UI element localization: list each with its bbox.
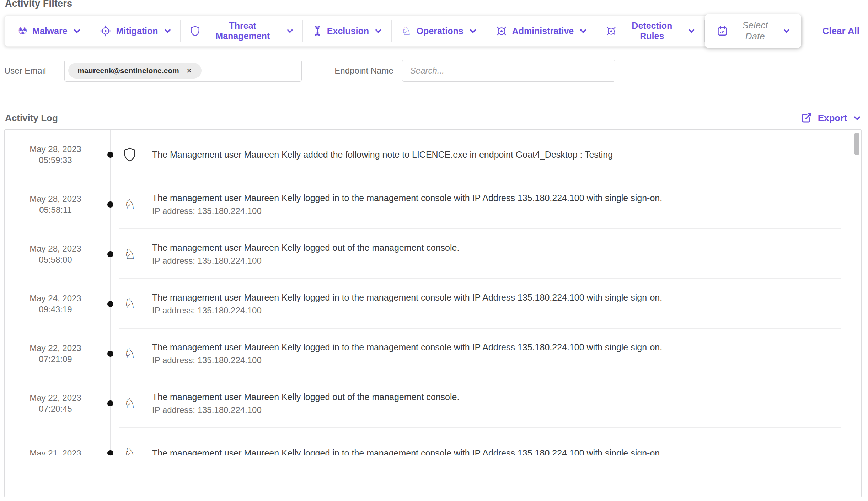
row-ip-address: IP address: 135.180.224.100 [152,305,829,316]
row-icon: ♘ [124,198,136,211]
row-date: May 22, 2023 [30,392,81,403]
chess-knight-icon: ♘ [124,446,136,455]
row-timestamp: May 21, 2023 [5,428,106,455]
chess-knight-icon: ♘ [401,25,412,37]
search-row: User Email maureenk@sentinelone.com ✕ En… [4,60,862,82]
chess-knight-icon: ♘ [124,397,136,410]
row-ip-address: IP address: 135.180.224.100 [152,255,829,266]
activity-page: Activity Filters ☢ Malware Mitigation [0,0,868,501]
row-ip-address: IP address: 135.180.224.100 [152,355,829,365]
timeline-dot [107,251,113,257]
user-email-input[interactable]: maureenk@sentinelone.com ✕ [64,60,302,82]
chevron-down-icon [689,29,694,33]
clear-all-button[interactable]: Clear All [822,26,859,37]
activity-log-title: Activity Log [5,113,58,124]
select-date-label: Select Date [733,20,777,42]
filter-threat-management[interactable]: Threat Management [181,16,302,46]
chess-knight-icon: ♘ [124,247,136,261]
user-email-label: User Email [4,66,46,76]
filter-detection-rules[interactable]: Detection Rules [596,16,704,46]
row-icon: ♘ [124,147,136,162]
timeline-dot [107,400,113,406]
calendar-icon [717,25,728,37]
row-ip-address: IP address: 135.180.224.100 [152,206,829,216]
row-date: May 28, 2023 [30,144,81,155]
crosshair-icon [100,25,111,37]
filter-label: Operations [417,26,464,36]
chevron-down-icon [74,29,80,33]
row-date: May 28, 2023 [30,193,81,204]
activity-log-row: May 21, 2023 ♘ The management user Maure… [5,428,861,455]
row-text: The management user Maureen Kelly logged… [152,392,829,415]
row-date: May 24, 2023 [30,293,81,304]
row-icon: ♘ [124,297,136,311]
activity-log-row: May 22, 2023 07:21:09 ♘ The management u… [5,329,861,378]
chess-knight-icon: ♘ [124,297,136,311]
chess-knight-icon: ♘ [124,198,136,211]
timeline-dot [107,450,113,455]
chevron-down-icon [470,29,476,33]
bug-icon [496,25,507,37]
row-message: The management user Maureen Kelly logged… [152,392,829,402]
filter-label: Malware [32,26,68,36]
row-timestamp: May 28, 2023 05:58:00 [5,229,106,279]
filter-row: ☢ Malware Mitigation Threat Manage [4,14,862,48]
row-timestamp: May 28, 2023 05:59:33 [5,130,106,179]
row-time: 07:20:45 [39,403,72,414]
filter-administrative[interactable]: Administrative [486,16,596,46]
row-message: The management user Maureen Kelly logged… [152,342,829,352]
chess-knight-icon: ♘ [124,347,136,360]
activity-filters-title: Activity Filters [5,0,862,9]
row-icon: ♘ [124,446,136,455]
row-text: The management user Maureen Kelly logged… [152,342,829,365]
timeline-dot [107,351,113,357]
activity-log-panel: May 28, 2023 05:59:33 ♘ The Management u… [4,129,862,497]
activity-log-row: May 28, 2023 05:58:00 ♘ The management u… [5,229,861,279]
row-timestamp: May 28, 2023 05:58:11 [5,179,106,229]
select-date-button[interactable]: Select Date [705,14,802,48]
row-time: 09:43:19 [39,304,72,315]
filter-label: Threat Management [204,21,281,41]
row-timestamp: May 22, 2023 07:20:45 [5,378,106,428]
export-icon [801,112,812,124]
radiation-icon: ☢ [18,26,27,36]
row-icon: ♘ [124,347,136,360]
row-timestamp: May 22, 2023 07:21:09 [5,329,106,378]
row-date: May 21, 2023 [30,448,81,456]
timeline-dot [107,301,113,307]
row-text: The Management user Maureen Kelly added … [152,149,829,160]
activity-log-row: May 22, 2023 07:20:45 ♘ The management u… [5,378,861,428]
filter-operations[interactable]: ♘ Operations [392,16,486,46]
chevron-down-icon [375,29,381,33]
row-message: The management user Maureen Kelly logged… [152,448,829,455]
row-ip-address: IP address: 135.180.224.100 [152,405,829,415]
filter-mitigation[interactable]: Mitigation [90,16,180,46]
row-date: May 22, 2023 [30,343,81,354]
user-email-chip: maureenk@sentinelone.com ✕ [68,63,201,79]
chevron-down-icon [287,29,293,33]
filter-exclusion[interactable]: Exclusion [303,16,391,46]
row-message: The management user Maureen Kelly logged… [152,193,829,203]
row-text: The management user Maureen Kelly logged… [152,193,829,216]
row-timestamp: May 24, 2023 09:43:19 [5,279,106,329]
filter-label: Detection Rules [621,21,682,41]
chevron-down-icon [854,116,860,120]
row-time: 05:58:00 [39,254,72,265]
row-icon: ♘ [124,397,136,410]
bug-icon [606,25,616,37]
scrollbar-thumb[interactable] [854,133,859,155]
filter-label: Exclusion [327,26,369,36]
chevron-down-icon [165,29,171,33]
shield-icon [124,147,136,162]
endpoint-search-input[interactable] [402,60,615,82]
row-message: The management user Maureen Kelly logged… [152,242,829,253]
row-icon: ♘ [124,247,136,261]
chevron-down-icon [580,29,586,33]
timeline-dot [107,201,113,208]
log-header: Activity Log Export [4,112,862,124]
shield-icon [191,25,200,37]
row-text: The management user Maureen Kelly logged… [152,292,829,316]
export-button[interactable]: Export [801,112,860,124]
chip-remove-icon[interactable]: ✕ [186,67,192,74]
filter-malware[interactable]: ☢ Malware [8,16,90,46]
